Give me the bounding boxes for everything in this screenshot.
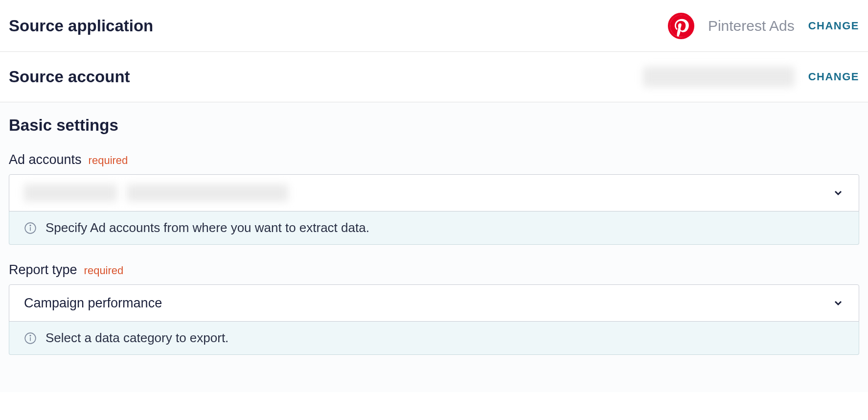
ad-accounts-helper-text: Specify Ad accounts from where you want … (46, 220, 369, 235)
report-type-helper: Select a data category to export. (9, 322, 859, 355)
report-type-select[interactable]: Campaign performance (9, 284, 859, 322)
pinterest-icon (668, 13, 694, 39)
ad-accounts-field: Ad accounts required Specify (9, 152, 859, 245)
report-type-label: Report type (9, 262, 77, 278)
source-account-row: Source account CHANGE (0, 52, 868, 102)
source-application-title: Source application (9, 17, 153, 35)
source-application-right: Pinterest Ads CHANGE (668, 13, 859, 39)
report-type-field: Report type required Campaign performanc… (9, 262, 859, 355)
account-name-redacted (643, 67, 795, 87)
ad-accounts-label: Ad accounts (9, 152, 82, 167)
change-account-button[interactable]: CHANGE (808, 70, 859, 83)
app-name-label: Pinterest Ads (708, 18, 795, 34)
chevron-down-icon (832, 297, 844, 309)
svg-point-3 (30, 225, 31, 226)
basic-settings-title: Basic settings (9, 116, 859, 135)
report-type-helper-text: Select a data category to export. (46, 330, 228, 346)
ad-accounts-helper: Specify Ad accounts from where you want … (9, 211, 859, 245)
change-application-button[interactable]: CHANGE (808, 20, 859, 32)
redacted-chip (127, 184, 288, 202)
source-account-title: Source account (9, 68, 130, 86)
info-icon (24, 332, 37, 345)
ad-accounts-label-row: Ad accounts required (9, 152, 859, 167)
info-icon (24, 222, 37, 234)
ad-accounts-required: required (89, 154, 128, 167)
report-type-required: required (84, 264, 124, 277)
basic-settings-section: Basic settings Ad accounts required (0, 102, 868, 392)
report-type-value: Campaign performance (24, 296, 162, 311)
source-account-right: CHANGE (643, 67, 859, 87)
ad-accounts-select[interactable] (9, 174, 859, 211)
report-type-label-row: Report type required (9, 262, 859, 278)
ad-accounts-selected-redacted (24, 184, 288, 202)
chevron-down-icon (832, 187, 844, 199)
redacted-chip (24, 184, 117, 202)
source-application-row: Source application Pinterest Ads CHANGE (0, 0, 868, 52)
svg-point-6 (30, 335, 31, 336)
